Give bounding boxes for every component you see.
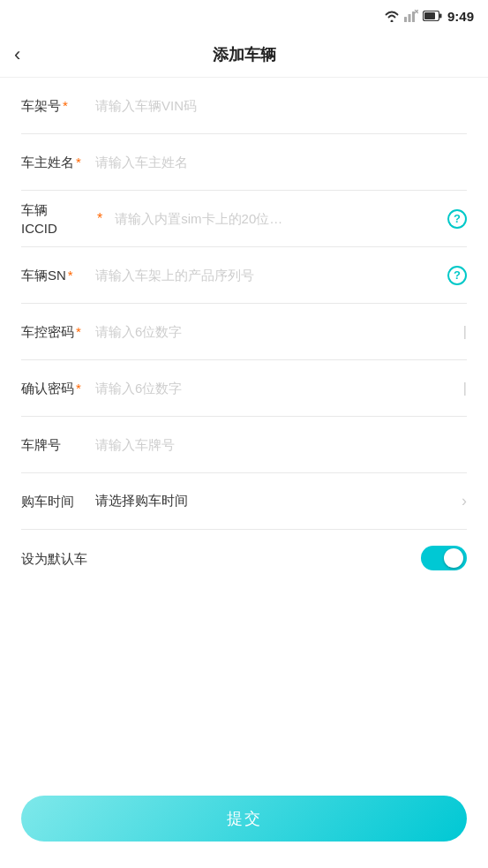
status-time: 9:49 xyxy=(447,9,474,24)
required-star-iccid: * xyxy=(97,211,102,227)
input-sn[interactable] xyxy=(95,268,437,283)
input-owner[interactable] xyxy=(95,155,467,170)
svg-rect-0 xyxy=(404,17,407,22)
input-confirm-password[interactable] xyxy=(95,381,453,396)
input-password[interactable] xyxy=(95,324,453,339)
svg-rect-7 xyxy=(439,14,442,19)
label-sn: 车辆SN* xyxy=(21,266,85,284)
form-container: 车架号* 车主姓名* 车辆 ICCID * ? 车辆SN* ? 车控密码* | xyxy=(0,78,488,586)
form-row-plate: 车牌号 xyxy=(21,417,467,473)
input-purchase-date: 请选择购车时间 xyxy=(95,493,451,509)
default-car-toggle[interactable] xyxy=(421,546,467,570)
form-row-sn: 车辆SN* ? xyxy=(21,247,467,304)
label-plate: 车牌号 xyxy=(21,435,85,454)
input-vin[interactable] xyxy=(95,98,467,113)
submit-button[interactable]: 提交 xyxy=(21,796,467,842)
submit-area: 提交 xyxy=(21,796,467,842)
required-star-owner: * xyxy=(76,155,81,170)
iccid-help-icon[interactable]: ? xyxy=(447,209,467,229)
sn-help-icon[interactable]: ? xyxy=(447,266,467,285)
required-star-sn: * xyxy=(68,268,73,283)
chevron-right-icon: › xyxy=(462,492,467,510)
label-vin: 车架号* xyxy=(21,96,85,115)
form-row-iccid: 车辆 ICCID * ? xyxy=(21,191,467,247)
signal-icon xyxy=(404,10,418,22)
svg-rect-6 xyxy=(424,12,435,19)
form-row-owner: 车主姓名* xyxy=(21,134,467,191)
label-iccid: 车辆 ICCID xyxy=(21,200,85,238)
status-icons xyxy=(384,10,442,22)
required-star-password: * xyxy=(76,324,81,339)
form-row-purchase-date[interactable]: 购车时间 请选择购车时间 › xyxy=(21,473,467,530)
svg-rect-1 xyxy=(408,14,410,22)
input-iccid[interactable] xyxy=(115,211,437,226)
battery-icon xyxy=(423,11,442,21)
label-iccid-line2: ICCID xyxy=(21,219,85,238)
form-row-default-car: 设为默认车 xyxy=(21,530,467,586)
label-confirm-password: 确认密码* xyxy=(21,379,85,397)
label-purchase-date: 购车时间 xyxy=(21,492,85,510)
input-plate[interactable] xyxy=(95,437,467,452)
label-owner: 车主姓名* xyxy=(21,153,85,171)
password-toggle-icon[interactable]: | xyxy=(463,324,467,340)
wifi-icon xyxy=(384,10,400,22)
form-row-confirm-password: 确认密码* | xyxy=(21,360,467,417)
required-star-confirm: * xyxy=(76,381,81,396)
back-button[interactable]: ‹ xyxy=(14,45,20,64)
label-iccid-line1: 车辆 xyxy=(21,200,85,219)
label-password: 车控密码* xyxy=(21,322,85,341)
form-row-password: 车控密码* | xyxy=(21,304,467,360)
toggle-slider xyxy=(421,546,467,570)
required-star-vin: * xyxy=(63,98,68,113)
label-default-car: 设为默认车 xyxy=(21,549,87,568)
header: ‹ 添加车辆 xyxy=(0,32,488,78)
status-bar: 9:49 xyxy=(0,0,488,32)
form-row-vin: 车架号* xyxy=(21,78,467,134)
page-title: 添加车辆 xyxy=(213,44,276,65)
confirm-password-toggle-icon[interactable]: | xyxy=(463,381,467,396)
svg-rect-2 xyxy=(412,11,415,22)
